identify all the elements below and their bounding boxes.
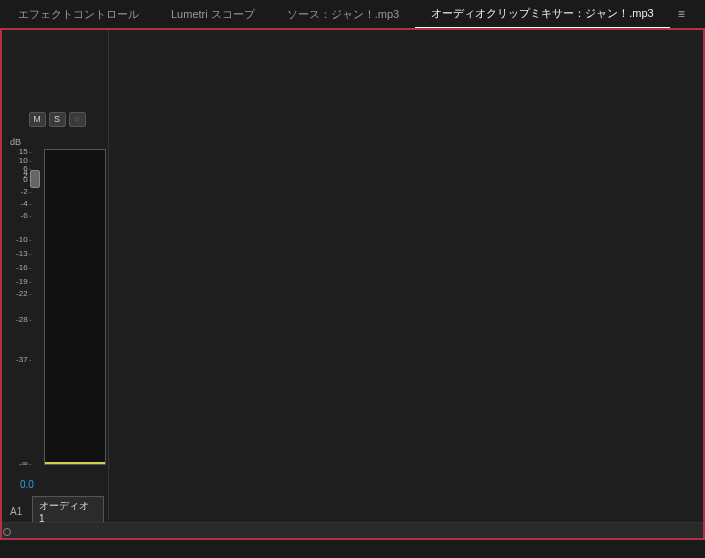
tab-audio-clip-mixer[interactable]: オーディオクリップミキサー：ジャン！.mp3 bbox=[415, 0, 669, 28]
meter-area: 15106420-2-4-6-10-13-16-19-22-28-37-∞ bbox=[6, 149, 108, 469]
db-tick: -13 bbox=[6, 249, 30, 258]
track-id: A1 bbox=[10, 506, 28, 517]
db-tick: -10 bbox=[6, 235, 30, 244]
db-tick: -2 bbox=[6, 187, 30, 196]
mute-button[interactable]: M bbox=[29, 112, 46, 127]
fader-track[interactable] bbox=[34, 149, 40, 469]
db-tick: -16 bbox=[6, 263, 30, 272]
tab-effect-controls[interactable]: エフェクトコントロール bbox=[2, 1, 155, 28]
db-label: dB bbox=[10, 137, 108, 147]
db-tick: 15 bbox=[6, 147, 30, 156]
db-tick: -37 bbox=[6, 355, 30, 364]
db-tick: -∞ bbox=[6, 459, 30, 468]
db-tick: -22 bbox=[6, 289, 30, 298]
tab-lumetri-scopes[interactable]: Lumetri スコープ bbox=[155, 1, 271, 28]
audio-clip-mixer-panel: M S ○ dB 15106420-2-4-6-10-13-16-19-22-2… bbox=[0, 28, 705, 540]
column-separator bbox=[108, 28, 109, 520]
meter-peak-line bbox=[45, 462, 105, 464]
record-button[interactable]: ○ bbox=[69, 112, 86, 127]
panel-menu-icon[interactable]: ≡ bbox=[672, 3, 691, 25]
db-tick: 0 bbox=[6, 175, 30, 184]
panel-bottom-bar bbox=[0, 522, 705, 540]
mixer-track-column: M S ○ dB 15106420-2-4-6-10-13-16-19-22-2… bbox=[6, 38, 108, 538]
db-tick: -4 bbox=[6, 199, 30, 208]
tab-source[interactable]: ソース：ジャン！.mp3 bbox=[271, 1, 415, 28]
settings-icon[interactable] bbox=[3, 528, 11, 536]
db-scale: 15106420-2-4-6-10-13-16-19-22-28-37-∞ bbox=[6, 149, 32, 469]
solo-button[interactable]: S bbox=[49, 112, 66, 127]
level-meter bbox=[44, 149, 106, 465]
tab-bar: エフェクトコントロール Lumetri スコープ ソース：ジャン！.mp3 オー… bbox=[0, 0, 705, 28]
db-tick: -19 bbox=[6, 277, 30, 286]
mute-solo-row: M S ○ bbox=[6, 112, 108, 127]
volume-value[interactable]: 0.0 bbox=[20, 479, 108, 490]
db-tick: -28 bbox=[6, 315, 30, 324]
fader-handle[interactable] bbox=[30, 170, 40, 188]
db-tick: -6 bbox=[6, 211, 30, 220]
